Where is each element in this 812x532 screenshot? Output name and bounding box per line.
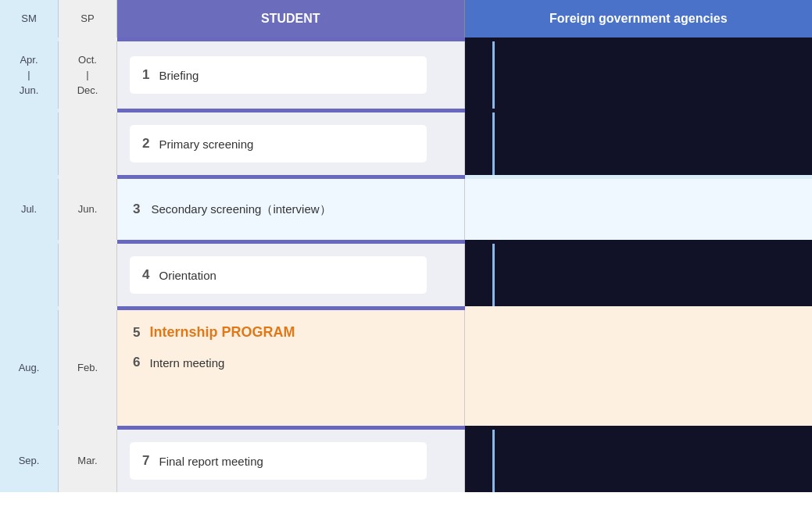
student-final: 7 Final report meeting xyxy=(117,430,465,492)
step-num-6: 6 xyxy=(133,355,140,370)
sp-jun: Jun. xyxy=(59,179,117,240)
header-sm: SM xyxy=(0,0,59,37)
student-briefing: 1 Briefing xyxy=(117,41,465,109)
step-num-2: 2 xyxy=(142,136,149,152)
blue-line-2 xyxy=(492,112,495,175)
sm-primary xyxy=(0,112,59,175)
step5-row: 5 Internship PROGRAM xyxy=(133,324,449,341)
orientation-box: 4 Orientation xyxy=(130,256,427,294)
foreign-orientation xyxy=(465,244,813,306)
student-primary: 2 Primary screening xyxy=(117,112,465,175)
step-text-intern-meeting: Intern meeting xyxy=(149,356,224,370)
step-text-internship: Internship PROGRAM xyxy=(149,324,295,341)
foreign-internship xyxy=(465,310,813,426)
foreign-primary xyxy=(465,112,813,175)
foreign-final xyxy=(465,430,813,492)
primary-box: 2 Primary screening xyxy=(130,125,427,162)
blue-line-4 xyxy=(492,244,495,306)
header-sp: SP xyxy=(59,0,117,37)
sp-oct-dec: Oct.|Dec. xyxy=(59,41,117,109)
step-text-primary: Primary screening xyxy=(159,137,253,151)
step6-row: 6 Intern meeting xyxy=(133,355,449,370)
step-num-1: 1 xyxy=(142,67,149,83)
final-box: 7 Final report meeting xyxy=(130,442,427,480)
sm-aug: Aug. xyxy=(0,310,59,426)
foreign-briefing xyxy=(465,41,813,109)
sm-jul: Jul. xyxy=(0,179,59,240)
blue-line-7 xyxy=(492,430,495,492)
row-briefing: Apr.|Jun. Oct.|Dec. 1 Briefing xyxy=(0,41,812,109)
sm-apr-jun: Apr.|Jun. xyxy=(0,41,59,109)
row-primary: 2 Primary screening xyxy=(0,112,812,175)
student-secondary: 3 Secondary screening（interview） xyxy=(117,179,465,240)
step-num-5: 5 xyxy=(133,325,140,341)
header-student: STUDENT xyxy=(117,0,465,37)
briefing-box: 1 Briefing xyxy=(130,56,427,94)
row-final: Sep. Mar. 7 Final report meeting xyxy=(0,430,812,492)
timeline-container: SM SP STUDENT Foreign government agencie… xyxy=(0,0,812,492)
blue-line-1 xyxy=(492,41,495,109)
row-orientation: 4 Orientation xyxy=(0,244,812,306)
row-secondary: Jul. Jun. 3 Secondary screening（intervie… xyxy=(0,179,812,240)
sm-orientation xyxy=(0,244,59,306)
sp-orientation xyxy=(59,244,117,306)
sp-primary xyxy=(59,112,117,175)
student-internship: 5 Internship PROGRAM 6 Intern meeting xyxy=(117,310,465,426)
step-num-3: 3 xyxy=(133,202,140,217)
step-num-4: 4 xyxy=(142,267,149,283)
step-num-7: 7 xyxy=(142,453,149,469)
header-row: SM SP STUDENT Foreign government agencie… xyxy=(0,0,812,37)
step-text-final: Final report meeting xyxy=(159,455,263,468)
foreign-secondary xyxy=(465,179,813,240)
student-orientation: 4 Orientation xyxy=(117,244,465,306)
header-foreign: Foreign government agencies xyxy=(465,0,813,37)
row-internship: Aug. Feb. 5 Internship PROGRAM 6 Intern … xyxy=(0,310,812,426)
sp-feb: Feb. xyxy=(59,310,117,426)
step-text-briefing: Briefing xyxy=(159,69,199,82)
sm-sep: Sep. xyxy=(0,430,59,492)
step-text-secondary: Secondary screening（interview） xyxy=(151,202,331,217)
sp-mar: Mar. xyxy=(59,430,117,492)
step-text-orientation: Orientation xyxy=(159,269,216,282)
